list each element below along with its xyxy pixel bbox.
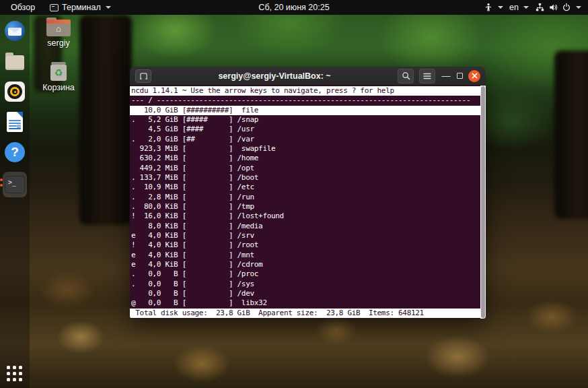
terminal-content[interactable]: ncdu 1.14.1 ~ Use the arrow keys to navi…	[130, 86, 486, 319]
chevron-down-icon	[523, 6, 529, 9]
ncdu-entry-row: @ 0,0 B [ ] libx32	[131, 298, 480, 308]
ncdu-entry-row: ! 16,0 KiB [ ] /lost+found	[131, 212, 480, 221]
home-folder-icon: ⌂	[46, 18, 71, 36]
ncdu-entry-row: 449,2 MiB [ ] /opt	[131, 164, 480, 173]
ncdu-entry-row: 923,3 MiB [ ] swapfile	[131, 144, 480, 154]
desktop-icon-label: sergiy	[47, 38, 69, 48]
ncdu-entry-row: e 4,0 KiB [ ] /srv	[131, 231, 480, 240]
show-applications-button[interactable]	[7, 365, 23, 381]
dock: ? >_	[0, 15, 30, 388]
hamburger-menu-icon	[423, 73, 431, 79]
desktop-icon-label: Корзина	[42, 83, 75, 92]
close-icon	[472, 73, 478, 79]
ncdu-footer-row: Total disk usage: 23,8 GiB Apparent size…	[130, 309, 481, 318]
accessibility-icon	[484, 3, 493, 12]
search-icon	[402, 71, 410, 80]
help-icon: ?	[5, 142, 25, 162]
activities-button[interactable]: Обзор	[11, 3, 35, 12]
search-button[interactable]	[398, 69, 414, 84]
chevron-down-icon	[498, 6, 503, 9]
chevron-down-icon	[576, 6, 581, 9]
scrollbar-thumb[interactable]	[481, 86, 485, 318]
app-menu[interactable]: Терминал	[50, 3, 111, 12]
ncdu-entry-row: 4,5 GiB [#### ] /usr	[131, 125, 480, 134]
chevron-down-icon	[106, 6, 111, 9]
system-status-menu[interactable]	[535, 3, 581, 12]
desktop: Обзор Терминал Сб, 20 июня 20:25 en	[0, 0, 588, 388]
ncdu-entry-row: . 133,7 MiB [ ] /boot	[131, 173, 480, 183]
dock-item-thunderbird[interactable]	[4, 20, 26, 42]
trash-icon: ♻	[49, 62, 68, 81]
ncdu-entry-row: 0,0 B [ ] /dev	[131, 289, 480, 298]
dock-item-libreoffice-writer[interactable]	[4, 111, 26, 133]
ncdu-path-row: --- / ----------------------------------…	[131, 96, 480, 105]
files-icon	[5, 55, 24, 70]
clock[interactable]: Сб, 20 июня 20:25	[258, 0, 329, 15]
power-icon	[562, 3, 571, 12]
ncdu-entry-row: . 2,8 MiB [ ] /run	[131, 193, 480, 202]
app-menu-label: Терминал	[62, 3, 101, 12]
ncdu-entry-row: 630,2 MiB [ ] /home	[131, 154, 480, 163]
new-tab-icon	[139, 72, 148, 80]
keyboard-layout-menu[interactable]: en	[509, 3, 529, 12]
window-title: sergiy@sergiy-VirtualBox: ~	[157, 71, 392, 81]
dock-item-help[interactable]: ?	[4, 141, 26, 163]
menu-button[interactable]	[419, 69, 435, 84]
thunderbird-icon	[5, 21, 25, 41]
libreoffice-writer-icon	[7, 112, 23, 132]
tree-trunk	[554, 51, 588, 219]
ncdu-entry-row: e 4,0 KiB [ ] /cdrom	[131, 260, 480, 269]
running-indicator	[0, 179, 3, 187]
scrollbar[interactable]	[480, 86, 486, 319]
keyboard-layout-label: en	[509, 3, 519, 12]
activities-label: Обзор	[11, 3, 35, 12]
ncdu-entry-row: ! 4,0 KiB [ ] /root	[131, 240, 480, 250]
close-button[interactable]	[468, 70, 480, 82]
volume-icon	[548, 3, 558, 12]
ncdu-entry-row: . 2,0 GiB [## ] /var	[131, 135, 480, 144]
rhythmbox-icon	[5, 82, 25, 102]
maximize-button[interactable]	[457, 73, 463, 79]
ncdu-entry-row: . 5,2 GiB [##### ] /snap	[131, 115, 480, 125]
minimize-button[interactable]: —	[441, 73, 451, 79]
terminal-icon: >_	[5, 176, 25, 193]
top-bar: Обзор Терминал Сб, 20 июня 20:25 en	[0, 0, 588, 15]
tree-trunk	[79, 15, 132, 225]
dock-item-files[interactable]	[4, 51, 26, 72]
dock-item-rhythmbox[interactable]	[4, 81, 26, 102]
ncdu-entry-row: 10,0 GiB [##########] file	[130, 106, 481, 115]
dock-item-terminal[interactable]: >_	[3, 172, 27, 197]
terminal-app-icon	[50, 4, 59, 11]
ncdu-entry-row: . 80,0 KiB [ ] /tmp	[131, 202, 480, 212]
ncdu-entry-row: . 0,0 B [ ] /sys	[131, 280, 480, 289]
desktop-icon-home[interactable]: ⌂ sergiy	[37, 18, 80, 48]
desktop-icon-trash[interactable]: ♻ Корзина	[37, 62, 80, 92]
ncdu-entry-row: . 0,0 B [ ] /proc	[131, 269, 480, 279]
terminal-rows: ncdu 1.14.1 ~ Use the arrow keys to navi…	[131, 86, 480, 319]
network-wired-icon	[535, 3, 545, 12]
ncdu-entry-row: 8,0 KiB [ ] /media	[131, 222, 480, 231]
accessibility-menu[interactable]	[484, 3, 503, 12]
window-titlebar[interactable]: sergiy@sergiy-VirtualBox: ~ —	[130, 67, 486, 86]
ncdu-header-row: ncdu 1.14.1 ~ Use the arrow keys to navi…	[130, 86, 481, 96]
new-tab-button[interactable]	[135, 69, 151, 83]
ncdu-entry-row: e 4,0 KiB [ ] /mnt	[131, 251, 480, 260]
terminal-window: sergiy@sergiy-VirtualBox: ~ — ncdu 1.14.…	[130, 67, 486, 319]
ncdu-entry-row: . 10,9 MiB [ ] /etc	[131, 183, 480, 192]
